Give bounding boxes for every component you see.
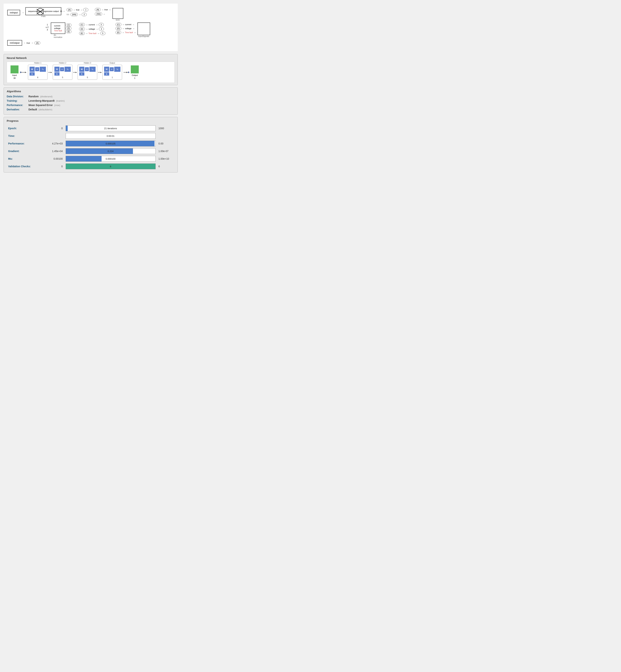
arr-e3b	[134, 31, 136, 34]
arr-c2	[86, 24, 88, 26]
arr-out	[23, 42, 26, 44]
nn-arrow-out: ▶	[126, 71, 128, 73]
nn-plus-1: +	[60, 67, 64, 71]
progress-row-4: Mu:0.001000.0001001.00e+10	[7, 155, 175, 163]
algo-value-2: Mean Squared Error	[29, 104, 53, 106]
a-signal-1: [A]	[67, 8, 72, 11]
d3: [D]	[116, 27, 121, 30]
arr-out2	[31, 42, 33, 44]
algo-code-2: (mse)	[54, 104, 60, 106]
arr-d3	[122, 27, 124, 30]
nn-input-block: nnInput	[7, 10, 20, 15]
nn-wire-in	[22, 72, 25, 73]
c2: [C]	[79, 23, 85, 26]
nn-layer-size-2: 5	[87, 76, 88, 79]
true-label-out: true	[27, 42, 30, 44]
algo-panel-title: Algorithms	[7, 90, 175, 93]
progress-row-5: Validation Checks:066	[7, 163, 175, 170]
algo-code-1: (trainlm)	[56, 99, 65, 102]
d2: [D]	[79, 27, 85, 31]
arrow1	[22, 11, 24, 14]
time-fault-3: Time fault	[125, 32, 133, 34]
prog-label-3: Gradient:	[7, 147, 42, 155]
fnn-block: sequence/output regression output	[26, 7, 61, 15]
current-lbl2: current	[89, 24, 95, 26]
arr-nn2	[103, 13, 105, 15]
progress-panel: Progress Epoch:021 iterations1000Time:0:…	[4, 117, 178, 173]
prog-left-val-0: 0	[42, 125, 64, 132]
progress-row-1: Time:0:00:01	[7, 132, 175, 140]
arr-d2b	[96, 28, 98, 31]
nn-sigmoid-3: ∿	[114, 67, 120, 72]
algo-row-1: Training:Levenberg-Marquardt(trainlm)	[7, 99, 175, 102]
arr-nn1	[79, 13, 81, 16]
arrow2	[63, 10, 65, 12]
time-fault-1: Time fault	[54, 30, 62, 32]
progress-table: Epoch:021 iterations1000Time:0:00:01Perf…	[7, 125, 175, 170]
prog-bar-outer-4: 0.000100	[66, 156, 156, 162]
progress-panel-title: Progress	[7, 119, 175, 122]
nn-input-square	[10, 65, 18, 74]
prog-left-val-4: 0.00100	[42, 155, 64, 163]
true-label-2: true	[105, 8, 108, 11]
current-lbl3: current	[125, 24, 131, 26]
nn-layer-label-2: Hidden 3	[84, 62, 91, 64]
nn-wire-between-2: ▶	[98, 72, 102, 73]
prog-left-val-5: 0	[42, 163, 64, 170]
soc-block	[113, 8, 123, 19]
nn-layers: Hidden 1W+∿b6▶Hidden 2W+∿b5▶Hidden 3W+∿b…	[27, 65, 123, 80]
prog-label-0: Epoch:	[7, 125, 42, 132]
e2: [E]	[79, 32, 85, 35]
prog-bar-outer-2: 0.000105	[66, 141, 156, 146]
nn-panel-title: Neural Network	[7, 56, 175, 59]
prog-bar-text-0: 21 iterations	[66, 127, 156, 130]
arr-e3	[122, 31, 124, 34]
algo-rows: Data Division:Random(dividerand)Training…	[7, 95, 175, 111]
nn-layer-top-1: W+∿	[54, 67, 71, 72]
voltage-lbl3: voltage	[125, 27, 131, 30]
nn-layer-top-0: W+∿	[30, 67, 46, 72]
nn-output-block: nnOutput	[7, 40, 22, 46]
arr-d2	[86, 28, 88, 31]
arr-c3b	[132, 23, 134, 26]
time-fault-2: Time fault	[88, 33, 96, 35]
prog-bar-text-3: 0.224	[66, 150, 156, 152]
nn-plus-0: +	[35, 67, 39, 71]
denorm-label: de-normalize	[54, 34, 63, 38]
nn-b-2: b	[79, 72, 84, 76]
arr-c2b	[95, 24, 98, 26]
algo-code-0: (dividerand)	[40, 95, 53, 98]
e-signal-out: [E]	[66, 30, 71, 33]
prog-label-1: Time:	[7, 132, 42, 140]
prog-bar-text-1: 0:00:01	[66, 135, 156, 137]
algo-row-3: Derivative:Default(defaultderiv)	[7, 108, 175, 111]
prog-bar-text-2: 0.000105	[66, 142, 156, 145]
algo-value-0: Random	[29, 95, 39, 98]
prog-right-val-4: 1.00e+10	[157, 155, 175, 163]
prog-right-val-2: 0.00	[157, 140, 175, 147]
nn-wire-out	[124, 72, 126, 73]
prog-right-val-0: 1000	[157, 125, 175, 132]
prog-left-val-2: 4.27e+03	[42, 140, 64, 147]
nn-wire-between-0: ▶	[48, 72, 52, 73]
d-port-1: [D]	[66, 27, 72, 30]
out-2: 2	[82, 13, 87, 16]
e3: [E]	[116, 31, 121, 34]
nn-plus-2: +	[85, 67, 89, 71]
algo-code-3: (defaultderiv)	[38, 108, 52, 111]
nn-arrow-in: ▶	[25, 71, 27, 73]
nn-signal-1: [NN]	[71, 13, 78, 16]
arr-d3b	[132, 27, 134, 30]
nn-w-3: W	[104, 67, 109, 72]
nn-wire-between-1: ▶	[73, 72, 77, 73]
true-label-1: true	[76, 9, 79, 11]
nn-layer-2: Hidden 3W+∿b5	[78, 65, 97, 80]
input-signals-label: inputSignals	[138, 35, 149, 37]
prog-bar-cell-0: 21 iterations	[64, 125, 157, 132]
a-signal-out: [A]	[35, 41, 40, 45]
nn-b-3: b	[104, 72, 109, 76]
nn-dot-out	[128, 72, 129, 73]
nn-w-0: W	[30, 67, 35, 72]
algo-row-2: Performance:Mean Squared Error(mse)	[7, 104, 175, 106]
nn-layer-size-1: 5	[62, 76, 63, 79]
